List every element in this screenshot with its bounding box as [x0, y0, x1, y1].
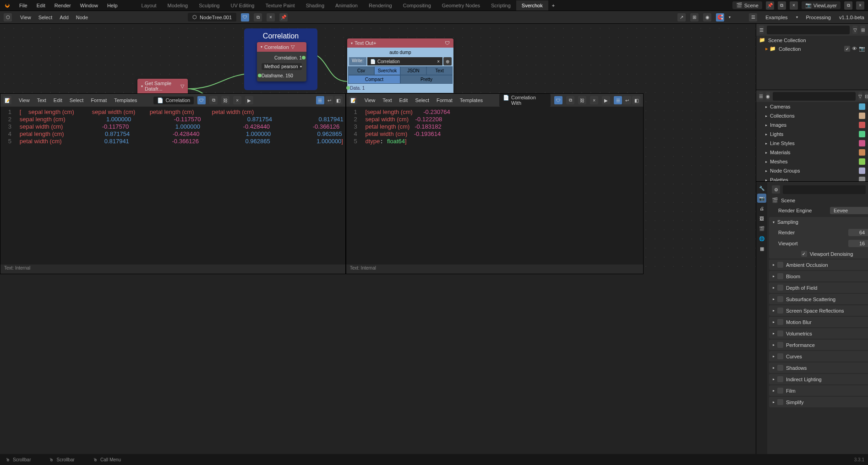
unlink-icon[interactable]: ⛓	[578, 96, 586, 104]
grid-icon[interactable]: ⊞	[690, 13, 699, 22]
overlay-icon[interactable]: ◉	[703, 13, 711, 22]
text-menu-templates[interactable]: Templates	[110, 96, 141, 104]
data-meshes[interactable]: ▸Meshes	[756, 157, 868, 166]
node-editor[interactable]: ▾Get Sample Datafr...▽ Dataframe. 150 da…	[0, 24, 756, 274]
workspace-tab-texture-paint[interactable]: Texture Paint	[260, 0, 300, 11]
workspace-tab-rendering[interactable]: Rendering	[363, 0, 398, 11]
text-datablock-selector[interactable]: 📄Correlation	[153, 97, 194, 104]
pin-tree-icon[interactable]: 📌	[279, 13, 288, 22]
wrap-icon[interactable]: ↩	[325, 96, 333, 104]
props-header-film[interactable]: ▸Film	[769, 385, 868, 396]
filter-icon[interactable]: ▽	[852, 26, 857, 34]
props-header-depth-of-field[interactable]: ▸Depth of Field	[769, 282, 868, 293]
props-header-curves[interactable]: ▸Curves	[769, 351, 868, 362]
text-menu-text[interactable]: Text	[33, 96, 50, 104]
workspace-tab-scripting[interactable]: Scripting	[486, 0, 516, 11]
data-cameras[interactable]: ▸Cameras	[756, 102, 868, 111]
pin-icon[interactable]: 📌	[766, 1, 774, 10]
tab-csv[interactable]: Csv	[348, 66, 374, 75]
new-collection-icon[interactable]: ⊞	[860, 26, 865, 34]
line-numbers-icon[interactable]: ☰	[316, 96, 324, 104]
fake-user-icon[interactable]: ⧉	[254, 13, 262, 22]
workspace-tab-compositing[interactable]: Compositing	[398, 0, 437, 11]
props-header-screen-space-reflections[interactable]: ▸Screen Space Reflections	[769, 305, 868, 316]
menu-edit[interactable]: Edit	[32, 1, 50, 10]
tab-json[interactable]: JSON	[400, 66, 426, 75]
denoising-checkbox[interactable]	[801, 251, 807, 257]
workspace-tab-layout[interactable]: Layout	[136, 0, 162, 11]
display-mode-icon[interactable]: ◉	[766, 92, 770, 100]
node-tree-selector[interactable]: ⬡ NodeTree.001	[188, 13, 236, 22]
viewlayer-selector[interactable]: 📷ViewLayer	[802, 1, 841, 9]
filter-icon[interactable]: ▽	[858, 92, 862, 100]
data-lights[interactable]: ▸Lights	[756, 130, 868, 139]
delete-icon[interactable]: ×	[790, 1, 798, 10]
add-workspace-button[interactable]: +	[548, 3, 558, 8]
props-header-subsurface-scattering[interactable]: ▸Subsurface Scattering	[769, 294, 868, 304]
props-tab-texture[interactable]: ▦	[757, 244, 766, 253]
text-content[interactable]: 1 [sepal length (cm) -0.230764 2 sepal w…	[346, 107, 643, 265]
editor-type-icon[interactable]: ⬡	[4, 13, 12, 22]
text-menu-format[interactable]: Format	[87, 96, 110, 104]
text-menu-select[interactable]: Select	[66, 96, 87, 104]
tab-text[interactable]: Text	[426, 66, 453, 75]
text-target-field[interactable]: 📄Correlation×	[367, 57, 442, 65]
menu-window[interactable]: Window	[76, 1, 103, 10]
props-tab-output[interactable]: 🖨	[757, 204, 766, 213]
node-menu-select[interactable]: Select	[35, 13, 56, 22]
tab-pretty[interactable]: Pretty	[400, 75, 453, 84]
unlink-icon[interactable]: ⛓	[221, 96, 229, 104]
examples-menu[interactable]: Examples	[762, 13, 791, 22]
node-menu-view[interactable]: View	[16, 13, 35, 22]
add-icon[interactable]: ⊕	[443, 57, 452, 65]
play-icon[interactable]: ▶	[245, 96, 253, 104]
workspace-tab-sverchok[interactable]: Sverchok	[516, 0, 548, 11]
props-tab-tool[interactable]: 🔧	[757, 184, 766, 193]
arrow-icon[interactable]: ↗	[677, 13, 686, 22]
node-text-out-1[interactable]: ▾Text Out+🛡 auto dump Write: 📄Correlatio…	[347, 38, 453, 93]
wrap-icon[interactable]: ↩	[623, 96, 631, 104]
props-header-ambient-occlusion[interactable]: ▸Ambient Occlusion	[769, 260, 868, 270]
data-images[interactable]: ▸Images	[756, 120, 868, 130]
copy-viewlayer-icon[interactable]: ⧉	[844, 1, 852, 10]
props-header-volumetrics[interactable]: ▸Volumetrics	[769, 328, 868, 339]
frame-correlation[interactable]: Correlation ▾Correlation▽ Correlation. 1…	[244, 28, 317, 90]
snap-icon[interactable]: 🧲	[716, 13, 724, 22]
shield-icon[interactable]: 🛡	[554, 96, 562, 104]
editor-type-icon[interactable]: 📝	[3, 96, 11, 104]
delete-viewlayer-icon[interactable]: ×	[856, 1, 864, 10]
render-engine-select[interactable]: Eevee▾	[830, 207, 868, 214]
line-numbers-icon[interactable]: ☰	[614, 96, 622, 104]
text-menu-view[interactable]: View	[15, 96, 33, 104]
text-menu-edit[interactable]: Edit	[395, 96, 411, 104]
syntax-icon[interactable]: ◧	[334, 96, 343, 104]
props-search[interactable]	[783, 185, 866, 194]
editor-type-icon[interactable]: ☰	[759, 92, 763, 100]
props-header-performance[interactable]: ▸Performance	[769, 340, 868, 350]
outliner-scene-collection[interactable]: 📁Scene Collection	[756, 36, 868, 44]
render-samples-field[interactable]: 64	[848, 229, 868, 236]
menu-render[interactable]: Render	[50, 1, 76, 10]
props-tab-render[interactable]: 📷	[757, 194, 766, 203]
text-menu-edit[interactable]: Edit	[50, 96, 66, 104]
workspace-tab-uv-editing[interactable]: UV Editing	[225, 0, 260, 11]
menu-file[interactable]: File	[15, 1, 32, 10]
shield-icon[interactable]: 🛡	[241, 13, 249, 22]
text-menu-view[interactable]: View	[361, 96, 379, 104]
editor-type-icon[interactable]: 📝	[349, 96, 357, 104]
node-menu-node[interactable]: Node	[72, 13, 92, 22]
play-icon[interactable]: ▶	[602, 96, 610, 104]
menu-help[interactable]: Help	[103, 1, 122, 10]
data-node-groups[interactable]: ▸Node Groups	[756, 166, 868, 175]
copy-icon[interactable]: ⧉	[209, 96, 218, 104]
props-header-bloom[interactable]: ▸Bloom	[769, 271, 868, 281]
props-header-motion-blur[interactable]: ▸Motion Blur	[769, 317, 868, 327]
props-tab-scene[interactable]: 🎬	[757, 224, 766, 233]
examples-icon[interactable]: ☰	[749, 13, 757, 22]
workspace-tab-modeling[interactable]: Modeling	[162, 0, 194, 11]
scene-selector[interactable]: 🎬Scene	[732, 1, 762, 9]
node-menu-add[interactable]: Add	[56, 13, 72, 22]
data-palettes[interactable]: ▸Palettes	[756, 175, 868, 182]
props-header-indirect-lighting[interactable]: ▸Indirect Lighting	[769, 374, 868, 384]
text-menu-format[interactable]: Format	[433, 96, 456, 104]
